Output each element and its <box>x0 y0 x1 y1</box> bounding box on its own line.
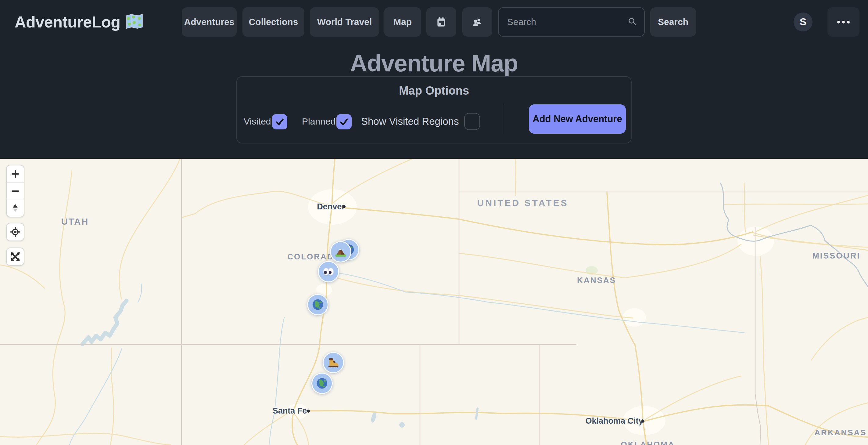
nav-button-world-travel[interactable]: World Travel <box>310 7 379 37</box>
avatar[interactable]: S <box>794 12 812 31</box>
calendar-icon <box>436 16 447 28</box>
avatar-initial: S <box>800 16 806 28</box>
search-input[interactable] <box>499 17 627 27</box>
search-field-wrap <box>498 7 645 37</box>
state-label-oklahoma: OKLAHOMA <box>621 440 675 445</box>
search-button[interactable]: Search <box>650 7 696 37</box>
country-label: UNITED STATES <box>477 198 568 208</box>
city-dot <box>342 205 346 208</box>
eyes-icon <box>322 266 335 278</box>
pitch-arrows-icon <box>10 203 20 214</box>
page-title: Adventure Map <box>0 50 868 77</box>
zoom-out-button[interactable] <box>7 182 24 199</box>
adventure-marker-globe[interactable] <box>307 294 329 315</box>
adventure-marker-mountain[interactable] <box>330 241 351 263</box>
nav-button-map[interactable]: Map <box>384 7 421 37</box>
show-visited-regions-checkbox[interactable] <box>464 113 480 130</box>
locate-button[interactable] <box>6 223 24 241</box>
pitch-toggle-button[interactable] <box>7 200 24 217</box>
fullscreen-icon <box>9 251 21 263</box>
zoom-in-button[interactable] <box>7 166 24 182</box>
fullscreen-button[interactable] <box>6 247 24 266</box>
search-icon <box>627 16 638 28</box>
city-dot <box>307 410 310 413</box>
mountain-icon <box>334 245 347 258</box>
minus-icon <box>10 186 21 196</box>
brand[interactable]: AdventureLog <box>14 13 143 31</box>
visited-label: Visited <box>244 116 271 127</box>
add-new-adventure-button[interactable]: Add New Adventure <box>529 105 626 134</box>
state-label-arkansas: ARKANSAS <box>814 428 866 437</box>
planned-checkbox[interactable] <box>336 114 352 129</box>
city-label-denver: Denver <box>317 202 345 211</box>
locate-icon <box>9 226 21 238</box>
ellipsis-icon <box>837 21 850 24</box>
adventure-marker-globe[interactable] <box>311 373 333 394</box>
calendar-button[interactable] <box>426 7 456 37</box>
check-icon <box>274 116 285 127</box>
adventurelog-app: AdventureLog AdventuresCollectionsWorld … <box>0 0 868 445</box>
options-divider <box>503 104 503 134</box>
adventure-marker-boot[interactable] <box>323 352 344 373</box>
city-dot <box>641 420 645 423</box>
visited-checkbox[interactable] <box>272 114 287 129</box>
city-label-oklahoma-city: Oklahoma City <box>585 416 643 426</box>
globe-icon <box>312 298 324 311</box>
more-menu-button[interactable] <box>828 7 860 37</box>
brand-title: AdventureLog <box>14 13 120 31</box>
world-map-icon <box>126 13 143 31</box>
planned-label: Planned <box>302 116 336 127</box>
map-zoom-control-group <box>6 165 24 217</box>
map-options-title: Map Options <box>237 84 631 97</box>
map-options-card: Map Options Visited Planned Show Visited… <box>236 76 632 144</box>
check-icon <box>339 116 349 127</box>
users-icon <box>471 16 484 28</box>
state-label-missouri: MISSOURI <box>812 251 860 261</box>
map-canvas[interactable]: UNITED STATES UTAHCOLORADOKANSASMISSOURI… <box>0 159 868 445</box>
state-label-utah: UTAH <box>61 217 89 227</box>
nav-button-adventures[interactable]: Adventures <box>182 7 237 37</box>
state-label-kansas: KANSAS <box>577 276 616 285</box>
globe-icon <box>316 377 328 389</box>
nav-button-collections[interactable]: Collections <box>243 7 304 37</box>
boot-icon <box>327 356 340 369</box>
city-label-santa-fe: Santa Fe <box>273 406 307 416</box>
adventure-marker-eyes[interactable] <box>318 261 339 282</box>
plus-icon <box>10 169 21 179</box>
shared-users-button[interactable] <box>462 7 492 37</box>
map-terrain <box>0 159 868 445</box>
show-visited-regions-label: Show Visited Regions <box>361 116 459 127</box>
